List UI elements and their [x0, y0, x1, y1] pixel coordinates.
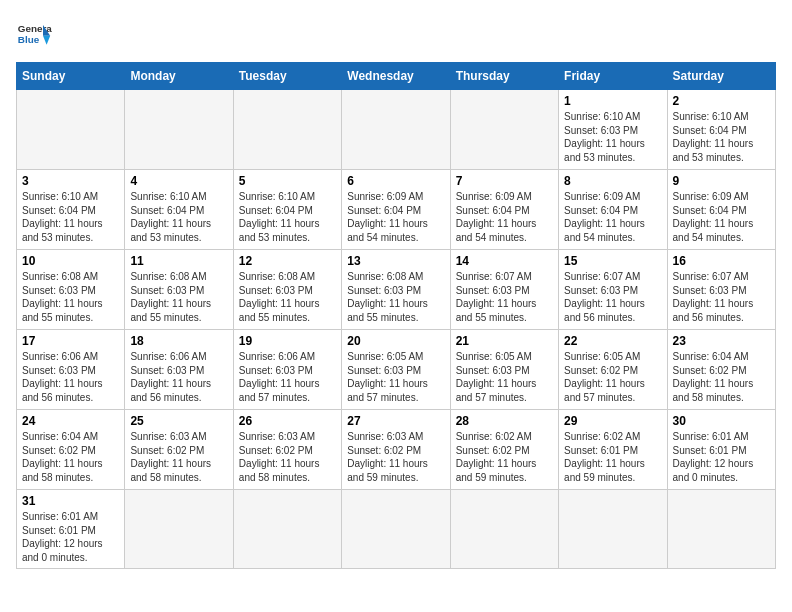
calendar-cell	[125, 490, 233, 569]
week-row-6: 31Sunrise: 6:01 AMSunset: 6:01 PMDayligh…	[17, 490, 776, 569]
day-info: Sunrise: 6:09 AMSunset: 6:04 PMDaylight:…	[564, 190, 661, 244]
day-info: Sunrise: 6:05 AMSunset: 6:03 PMDaylight:…	[456, 350, 553, 404]
calendar-cell	[125, 90, 233, 170]
calendar-cell: 29Sunrise: 6:02 AMSunset: 6:01 PMDayligh…	[559, 410, 667, 490]
day-info: Sunrise: 6:10 AMSunset: 6:04 PMDaylight:…	[673, 110, 770, 164]
calendar-cell	[450, 490, 558, 569]
day-info: Sunrise: 6:01 AMSunset: 6:01 PMDaylight:…	[673, 430, 770, 484]
calendar-cell: 4Sunrise: 6:10 AMSunset: 6:04 PMDaylight…	[125, 170, 233, 250]
day-number: 12	[239, 254, 336, 268]
day-number: 5	[239, 174, 336, 188]
day-info: Sunrise: 6:05 AMSunset: 6:02 PMDaylight:…	[564, 350, 661, 404]
day-number: 11	[130, 254, 227, 268]
calendar-cell: 17Sunrise: 6:06 AMSunset: 6:03 PMDayligh…	[17, 330, 125, 410]
day-number: 28	[456, 414, 553, 428]
day-number: 24	[22, 414, 119, 428]
calendar-cell	[17, 90, 125, 170]
logo-icon: General Blue	[16, 16, 52, 52]
day-number: 9	[673, 174, 770, 188]
day-number: 15	[564, 254, 661, 268]
calendar-cell: 16Sunrise: 6:07 AMSunset: 6:03 PMDayligh…	[667, 250, 775, 330]
calendar-cell: 23Sunrise: 6:04 AMSunset: 6:02 PMDayligh…	[667, 330, 775, 410]
svg-marker-3	[43, 36, 50, 45]
weekday-header-monday: Monday	[125, 63, 233, 90]
weekday-header-thursday: Thursday	[450, 63, 558, 90]
day-info: Sunrise: 6:10 AMSunset: 6:04 PMDaylight:…	[22, 190, 119, 244]
weekday-header-friday: Friday	[559, 63, 667, 90]
day-number: 3	[22, 174, 119, 188]
calendar-cell: 7Sunrise: 6:09 AMSunset: 6:04 PMDaylight…	[450, 170, 558, 250]
day-info: Sunrise: 6:04 AMSunset: 6:02 PMDaylight:…	[673, 350, 770, 404]
day-info: Sunrise: 6:03 AMSunset: 6:02 PMDaylight:…	[239, 430, 336, 484]
calendar-cell	[233, 90, 341, 170]
week-row-3: 10Sunrise: 6:08 AMSunset: 6:03 PMDayligh…	[17, 250, 776, 330]
day-number: 1	[564, 94, 661, 108]
day-info: Sunrise: 6:08 AMSunset: 6:03 PMDaylight:…	[22, 270, 119, 324]
calendar-cell: 14Sunrise: 6:07 AMSunset: 6:03 PMDayligh…	[450, 250, 558, 330]
calendar-cell: 5Sunrise: 6:10 AMSunset: 6:04 PMDaylight…	[233, 170, 341, 250]
calendar-cell: 9Sunrise: 6:09 AMSunset: 6:04 PMDaylight…	[667, 170, 775, 250]
day-info: Sunrise: 6:02 AMSunset: 6:01 PMDaylight:…	[564, 430, 661, 484]
day-number: 8	[564, 174, 661, 188]
week-row-1: 1Sunrise: 6:10 AMSunset: 6:03 PMDaylight…	[17, 90, 776, 170]
calendar-cell: 2Sunrise: 6:10 AMSunset: 6:04 PMDaylight…	[667, 90, 775, 170]
weekday-header-wednesday: Wednesday	[342, 63, 450, 90]
day-info: Sunrise: 6:07 AMSunset: 6:03 PMDaylight:…	[564, 270, 661, 324]
calendar-cell	[667, 490, 775, 569]
calendar-cell	[233, 490, 341, 569]
day-info: Sunrise: 6:06 AMSunset: 6:03 PMDaylight:…	[239, 350, 336, 404]
day-number: 25	[130, 414, 227, 428]
calendar-cell: 30Sunrise: 6:01 AMSunset: 6:01 PMDayligh…	[667, 410, 775, 490]
day-number: 19	[239, 334, 336, 348]
calendar-cell: 18Sunrise: 6:06 AMSunset: 6:03 PMDayligh…	[125, 330, 233, 410]
day-number: 17	[22, 334, 119, 348]
calendar-cell: 27Sunrise: 6:03 AMSunset: 6:02 PMDayligh…	[342, 410, 450, 490]
day-number: 2	[673, 94, 770, 108]
calendar-cell: 6Sunrise: 6:09 AMSunset: 6:04 PMDaylight…	[342, 170, 450, 250]
weekday-header-saturday: Saturday	[667, 63, 775, 90]
day-info: Sunrise: 6:05 AMSunset: 6:03 PMDaylight:…	[347, 350, 444, 404]
day-info: Sunrise: 6:10 AMSunset: 6:04 PMDaylight:…	[239, 190, 336, 244]
calendar-cell: 8Sunrise: 6:09 AMSunset: 6:04 PMDaylight…	[559, 170, 667, 250]
calendar-cell	[342, 490, 450, 569]
day-info: Sunrise: 6:08 AMSunset: 6:03 PMDaylight:…	[347, 270, 444, 324]
calendar-cell: 3Sunrise: 6:10 AMSunset: 6:04 PMDaylight…	[17, 170, 125, 250]
day-info: Sunrise: 6:07 AMSunset: 6:03 PMDaylight:…	[456, 270, 553, 324]
day-info: Sunrise: 6:02 AMSunset: 6:02 PMDaylight:…	[456, 430, 553, 484]
calendar-cell: 21Sunrise: 6:05 AMSunset: 6:03 PMDayligh…	[450, 330, 558, 410]
day-info: Sunrise: 6:09 AMSunset: 6:04 PMDaylight:…	[347, 190, 444, 244]
day-number: 16	[673, 254, 770, 268]
day-number: 10	[22, 254, 119, 268]
day-number: 21	[456, 334, 553, 348]
calendar-cell: 1Sunrise: 6:10 AMSunset: 6:03 PMDaylight…	[559, 90, 667, 170]
day-number: 29	[564, 414, 661, 428]
day-number: 31	[22, 494, 119, 508]
calendar-cell: 11Sunrise: 6:08 AMSunset: 6:03 PMDayligh…	[125, 250, 233, 330]
day-number: 27	[347, 414, 444, 428]
calendar-cell: 20Sunrise: 6:05 AMSunset: 6:03 PMDayligh…	[342, 330, 450, 410]
svg-text:Blue: Blue	[18, 34, 40, 45]
week-row-4: 17Sunrise: 6:06 AMSunset: 6:03 PMDayligh…	[17, 330, 776, 410]
calendar-cell: 31Sunrise: 6:01 AMSunset: 6:01 PMDayligh…	[17, 490, 125, 569]
day-info: Sunrise: 6:06 AMSunset: 6:03 PMDaylight:…	[22, 350, 119, 404]
calendar-cell	[450, 90, 558, 170]
week-row-5: 24Sunrise: 6:04 AMSunset: 6:02 PMDayligh…	[17, 410, 776, 490]
day-info: Sunrise: 6:08 AMSunset: 6:03 PMDaylight:…	[239, 270, 336, 324]
calendar-cell: 26Sunrise: 6:03 AMSunset: 6:02 PMDayligh…	[233, 410, 341, 490]
logo: General Blue	[16, 16, 52, 52]
day-number: 14	[456, 254, 553, 268]
weekday-header-row: SundayMondayTuesdayWednesdayThursdayFrid…	[17, 63, 776, 90]
day-info: Sunrise: 6:06 AMSunset: 6:03 PMDaylight:…	[130, 350, 227, 404]
day-number: 30	[673, 414, 770, 428]
day-info: Sunrise: 6:07 AMSunset: 6:03 PMDaylight:…	[673, 270, 770, 324]
day-info: Sunrise: 6:09 AMSunset: 6:04 PMDaylight:…	[456, 190, 553, 244]
day-info: Sunrise: 6:03 AMSunset: 6:02 PMDaylight:…	[130, 430, 227, 484]
header: General Blue	[16, 16, 776, 52]
day-info: Sunrise: 6:08 AMSunset: 6:03 PMDaylight:…	[130, 270, 227, 324]
day-number: 13	[347, 254, 444, 268]
calendar-cell: 10Sunrise: 6:08 AMSunset: 6:03 PMDayligh…	[17, 250, 125, 330]
calendar-cell: 22Sunrise: 6:05 AMSunset: 6:02 PMDayligh…	[559, 330, 667, 410]
weekday-header-sunday: Sunday	[17, 63, 125, 90]
day-number: 7	[456, 174, 553, 188]
calendar-cell: 15Sunrise: 6:07 AMSunset: 6:03 PMDayligh…	[559, 250, 667, 330]
